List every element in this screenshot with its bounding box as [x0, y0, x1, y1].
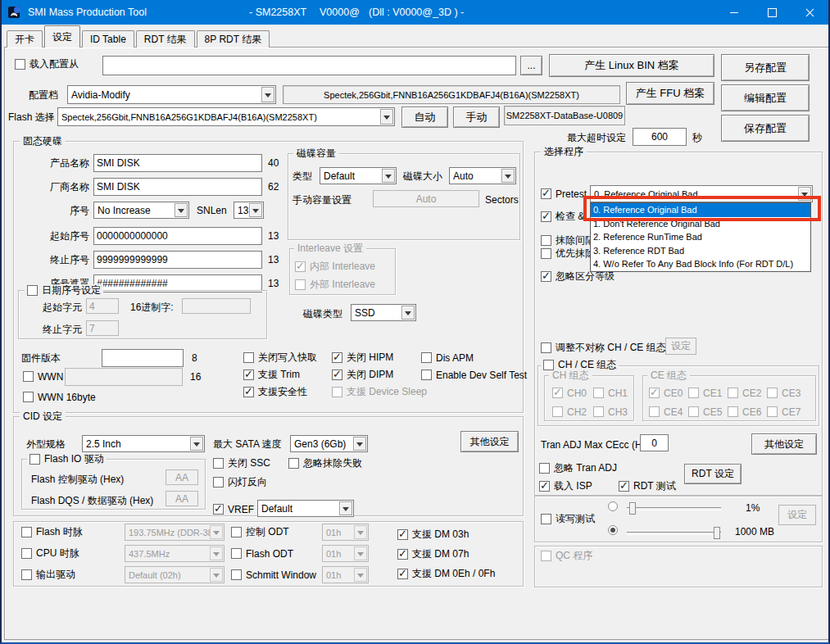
gen-ffu-button[interactable]: 产生 FFU 档案: [626, 82, 714, 105]
trim-checkbox[interactable]: 支援 Trim: [243, 369, 300, 381]
pretest-option[interactable]: 2. Reference RunTime Bad: [591, 230, 810, 244]
cpu-clock-checkbox[interactable]: CPU 时脉: [21, 547, 79, 560]
chevron-down-icon[interactable]: [175, 203, 188, 217]
tab-open-card[interactable]: 开卡: [7, 30, 43, 48]
size-slider-thumb[interactable]: [714, 527, 720, 539]
dis-apm-checkbox[interactable]: Dis APM: [421, 351, 474, 364]
flash-select-dropdown[interactable]: Spectek,256Gbit,FNNB16A256G1KDBAFJ4(B16A…: [57, 107, 395, 126]
product-name-input[interactable]: [93, 154, 262, 172]
dev-self-test-checkbox[interactable]: Enable Dev Self Test: [421, 369, 527, 381]
config-path-input[interactable]: [102, 56, 516, 75]
pretest-checkbox[interactable]: Pretest: [541, 188, 587, 200]
sata-speed-dropdown[interactable]: Gen3 (6Gb): [290, 435, 368, 452]
chevron-down-icon[interactable]: [401, 306, 415, 320]
tab-id-table[interactable]: ID Table: [82, 30, 134, 48]
snlen-dropdown[interactable]: 13: [234, 202, 264, 219]
serial-mode-dropdown[interactable]: No Increase: [93, 202, 189, 219]
minimize-button[interactable]: [715, 0, 753, 25]
tran-adj-input[interactable]: [640, 434, 669, 451]
serial-end-input[interactable]: [93, 251, 262, 269]
vref-checkbox[interactable]: VREF: [213, 503, 254, 515]
chevron-down-icon[interactable]: [382, 169, 395, 183]
erase-first-checkbox[interactable]: 优先抹除: [541, 247, 595, 260]
firmware-input[interactable]: [102, 349, 184, 367]
size-slider-track[interactable]: [627, 532, 721, 535]
rdt-settings-button[interactable]: RDT 设定: [684, 464, 742, 484]
pretest-option[interactable]: 4. W/o Refer To Any Bad Block Info (For …: [591, 257, 810, 271]
vref-dropdown[interactable]: Default: [257, 500, 354, 517]
load-config-checkbox[interactable]: 载入配置从: [15, 58, 79, 70]
profile-dropdown[interactable]: Avidia-Modify: [67, 85, 276, 104]
chevron-down-icon[interactable]: [249, 203, 262, 217]
security-checkbox[interactable]: 支援安全性: [243, 386, 307, 398]
close-button[interactable]: [791, 0, 828, 25]
schmitt-checkbox[interactable]: Schmitt Window: [231, 569, 316, 581]
erase-gap-checkbox[interactable]: 抹除间隔: [541, 234, 595, 247]
chevron-down-icon[interactable]: [501, 169, 515, 183]
chevron-down-icon[interactable]: [261, 87, 274, 102]
wwn16-checkbox[interactable]: WWN 16byte: [23, 391, 96, 403]
size-radio[interactable]: [608, 525, 618, 535]
pretest-combobox[interactable]: 0. Reference Original Bad: [590, 185, 813, 202]
flash-clock-checkbox[interactable]: Flash 时脉: [21, 526, 83, 538]
pretest-option[interactable]: 1. Don't Reference Original Bad: [591, 217, 810, 231]
wwn-checkbox[interactable]: WWN: [23, 370, 63, 383]
disable-hipm-checkbox[interactable]: 关闭 HIPM: [332, 351, 393, 364]
program-other-settings-button[interactable]: 其他设定: [751, 433, 817, 455]
disk-size-dropdown[interactable]: Auto: [449, 167, 516, 184]
tab-rdt-result[interactable]: RDT 结果: [136, 30, 195, 48]
output-drive-checkbox[interactable]: 输出驱动: [21, 569, 75, 581]
disk-type-dropdown[interactable]: SSD: [351, 304, 416, 321]
ignore-erase-fail-checkbox[interactable]: 忽略抹除失败: [288, 457, 362, 469]
gen-linux-bin-button[interactable]: 产生 Linux BIN 档案: [549, 54, 714, 77]
disable-dipm-checkbox[interactable]: 关闭 DIPM: [332, 369, 393, 381]
serial-start-input[interactable]: [93, 227, 262, 245]
ch3-checkbox: CH3: [593, 406, 628, 418]
checkbox-box: [231, 569, 242, 580]
percent-slider-track[interactable]: [627, 507, 721, 510]
pretest-option-selected[interactable]: 0. Reference Original Bad: [591, 203, 810, 217]
dm07-label: 支援 DM 07h: [412, 547, 469, 561]
chevron-down-icon[interactable]: [339, 501, 352, 515]
timeout-input[interactable]: [633, 128, 687, 146]
save-as-config-button[interactable]: 另存配置: [721, 54, 810, 81]
adjust-chce-checkbox[interactable]: 调整不对称 CH / CE 组态: [541, 342, 666, 354]
disable-ssc-checkbox[interactable]: 关闭 SSC: [213, 457, 270, 469]
dm03-checkbox[interactable]: 支援 DM 03h: [397, 528, 469, 541]
erase-gap-label: 抹除间隔: [556, 234, 595, 247]
percent-radio[interactable]: [608, 501, 618, 511]
dm0e-checkbox[interactable]: 支援 DM 0Eh / 0Fh: [397, 568, 495, 580]
check-format-checkbox[interactable]: 检查 &: [541, 211, 584, 223]
cid-other-settings-button[interactable]: 其他设定: [460, 431, 519, 452]
dm07-checkbox[interactable]: 支援 DM 07h: [397, 548, 469, 560]
vendor-name-input[interactable]: [93, 178, 262, 196]
rw-test-checkbox[interactable]: 读写测试: [541, 513, 595, 525]
chevron-down-icon[interactable]: [380, 109, 393, 125]
flash-odt-checkbox[interactable]: Flash ODT: [231, 547, 293, 560]
led-invert-checkbox[interactable]: 闪灯反向: [213, 476, 267, 488]
date-serial-checkbox[interactable]: 日期序号设定: [25, 284, 103, 297]
tab-settings[interactable]: 设定: [44, 25, 80, 48]
maximize-button[interactable]: [753, 0, 791, 25]
chevron-down-icon[interactable]: [353, 437, 366, 451]
rdt-test-checkbox[interactable]: RDT 测试: [619, 480, 676, 492]
browse-button[interactable]: ...: [520, 56, 542, 75]
disable-write-cache-checkbox[interactable]: 关闭写入快取: [243, 351, 317, 364]
percent-slider-thumb[interactable]: [629, 502, 636, 515]
chevron-down-icon[interactable]: [190, 437, 203, 451]
chevron-down-icon[interactable]: [798, 187, 811, 201]
flash-io-checkbox[interactable]: Flash IO 驱动: [27, 453, 107, 465]
auto-button[interactable]: 自动: [401, 107, 448, 128]
ignore-grade-checkbox[interactable]: 忽略区分等级: [541, 270, 615, 283]
save-config-button[interactable]: 保存配置: [721, 115, 810, 142]
manual-button[interactable]: 手动: [453, 107, 500, 128]
ctrl-odt-checkbox[interactable]: 控制 ODT: [231, 526, 289, 538]
ignore-tran-adj-checkbox[interactable]: 忽略 Tran ADJ: [539, 462, 617, 474]
load-isp-checkbox[interactable]: 载入 ISP: [539, 480, 592, 492]
tab-8p-rdt-result[interactable]: 8P RDT 结果: [197, 30, 270, 48]
pretest-option[interactable]: 3. Reference RDT Bad: [591, 244, 810, 258]
form-factor-dropdown[interactable]: 2.5 Inch: [82, 435, 205, 452]
edit-config-button[interactable]: 编辑配置: [721, 84, 810, 111]
adjust-settings-label: 设定: [671, 339, 691, 353]
capacity-type-dropdown[interactable]: Default: [320, 167, 397, 184]
